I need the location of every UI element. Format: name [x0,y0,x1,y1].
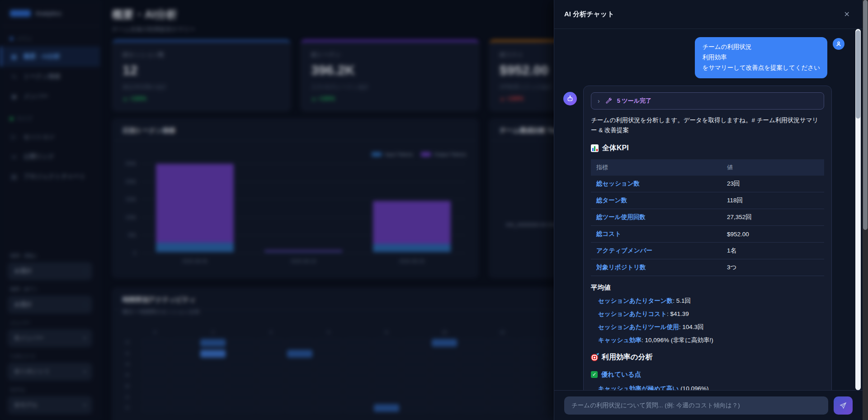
grid-icon: ▦ [10,53,18,60]
sidebar-item-label: プロジェクトチャート [24,172,86,181]
heatmap-cell [200,361,226,368]
kpi-section-heading: 全体KPI [591,143,824,153]
heatmap-cell [142,393,168,401]
filter-select[interactable]: 未選択◦ [8,296,92,313]
user-avatar [833,38,844,50]
heatmap-cell [374,393,399,401]
heatmap-cell [432,393,457,401]
hour-label: 0 [141,330,170,337]
heatmap-cell [519,361,544,368]
metric-value: 27,352回 [722,209,824,226]
send-button[interactable] [834,396,853,415]
heatmap-cell [142,361,168,368]
y-axis-tick: 50k [128,232,136,238]
metric-value: $952.00 [722,226,824,243]
filter-label: モデル [10,387,90,393]
metric-link[interactable]: 総ターン数 [591,192,722,209]
heatmap-cell [258,361,283,368]
heatmap-cell [200,350,226,358]
metric-link[interactable]: 対象リポジトリ数 [591,259,722,276]
page-scrollbar-thumb[interactable] [863,0,868,230]
page-scrollbar-track[interactable] [863,0,868,420]
heatmap-cell [229,350,255,358]
legend-swatch [372,152,382,157]
chat-input[interactable] [564,396,828,415]
heatmap-cell [490,382,515,390]
sidebar-item-link[interactable]: ∞公開リンク [0,147,100,167]
average-label-link[interactable]: キャッシュ効率 [598,337,642,344]
heatmap-cell [142,404,168,412]
sidebar-item-link[interactable]: ◉メンバー [0,86,100,106]
metric-link[interactable]: 総コスト [591,226,722,243]
heatmap-cell [519,382,544,390]
queue-icon: ▤ [10,173,18,180]
sidebar-item-link[interactable]: ▤プロジェクトチャート [0,167,100,186]
app-logo[interactable]: Analytics [0,0,100,26]
heatmap-cell [316,372,341,379]
kpi-label: 総セッション数 [123,51,280,59]
metric-link[interactable]: アクティブメンバー [591,243,722,259]
heatmap-cell [490,372,515,379]
heatmap-cell [461,361,486,368]
filter-label: リポジトリ [10,353,90,360]
close-icon[interactable]: ✕ [841,8,853,20]
heatmap-cell [432,339,457,347]
user-message-bubble: チームの利用状況 利用効率 をサマリーして改善点を提案してください [695,37,827,78]
filter-select[interactable]: 全リポジトリ▾ [8,363,92,380]
sidebar-section-label: メイン [0,26,100,47]
average-value: : 5.1回 [673,297,691,304]
target-emoji-icon [591,354,598,361]
filter-select[interactable]: 未選択◦ [8,262,92,280]
heatmap-cell [345,404,370,412]
heatmap-cell [287,404,312,412]
heatmap-cell [345,382,370,390]
user-message-line: チームの利用状況 [702,42,820,52]
sidebar-item-link[interactable]: ∿トークン推移 [0,67,100,86]
gridline: 0 [141,253,466,253]
heatmap-cell [287,382,312,390]
tool-status-expander[interactable]: › 5 ツール完了 [591,92,824,110]
average-label-link[interactable]: セッションあたりターン数 [598,297,673,304]
sidebar-item-active[interactable]: ▦概要・AI分析 [0,47,100,67]
heatmap-cell [316,382,341,390]
filter-select[interactable]: 全モデル▾ [8,396,92,414]
chat-scrollbar-track[interactable] [855,29,861,390]
metric-link[interactable]: 総セッション数 [591,176,722,192]
heatmap-cell [287,372,312,379]
heatmap-cell [403,404,428,412]
heatmap-cell [287,339,312,347]
sidebar-item-link[interactable]: ▷セッション [0,127,100,147]
heatmap-cell [171,382,197,390]
strength-point-link[interactable]: キャッシュ効率が極めて高い [598,385,679,390]
filter-label: 期間（開始） [10,253,90,259]
average-label-link[interactable]: セッションあたりコスト [598,310,667,317]
heatmap-cell [229,361,255,368]
kpi-card: 総トークン396.2K入力+出力トークン合計▲ +100% [301,40,479,111]
robot-icon [566,95,574,102]
hour-label [170,330,198,337]
average-item: セッションあたりコスト: $41.39 [598,310,824,318]
heatmap-cell [200,393,226,401]
average-label-link[interactable]: セッションあたりツール使用 [598,324,679,330]
legend-item: Input Tokens [372,152,413,157]
heatmap-cell [345,372,370,379]
day-label: 火 [125,350,141,357]
average-value: : 104.3回 [679,324,704,330]
filter-select[interactable]: 全メンバー▾ [8,329,92,347]
kpi-value: 12 [123,62,280,78]
chat-scrollbar-thumb[interactable] [856,30,860,119]
logo-text: Analytics [35,10,61,17]
output-tokens-segment [373,201,451,244]
metric-link[interactable]: 総ツール使用回数 [591,209,722,226]
table-row: 総セッション数23回 [591,176,824,192]
x-axis-tick: 2025-08-19 [291,258,316,264]
heatmap-cell [200,382,226,390]
heatmap-cell [258,372,283,379]
assistant-intro-text: チームの利用状況を分析します。データを取得しますね。# チーム利用状況サマリー … [591,115,824,136]
heatmap-cell [258,404,283,412]
table-row: 総ターン数118回 [591,192,824,209]
input-tokens-segment [264,252,342,252]
heatmap-cell [200,372,226,379]
input-tokens-segment [373,244,451,252]
filter-value: 未選択 [14,267,32,275]
